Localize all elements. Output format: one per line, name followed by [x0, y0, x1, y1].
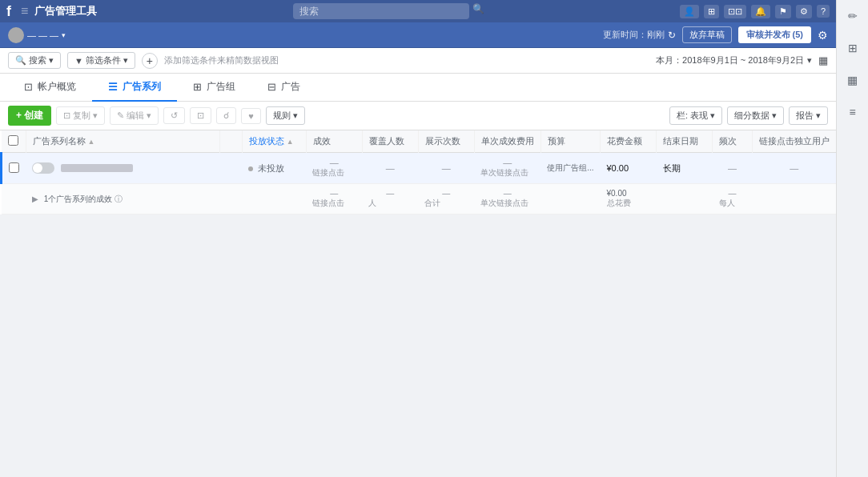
- info-icon: ⓘ: [115, 194, 123, 203]
- refresh-button[interactable]: ↻: [668, 30, 676, 41]
- chevron-down-icon: ▾: [807, 55, 812, 66]
- chevron-down-icon: ▾: [62, 31, 66, 39]
- side-menu-icon[interactable]: ≡: [846, 102, 858, 122]
- nav-help-icon[interactable]: ?: [817, 5, 830, 18]
- chevron-down-icon: ▾: [710, 110, 715, 121]
- edit-icon: ✎: [117, 110, 124, 121]
- campaign-name-placeholder: [61, 164, 133, 172]
- nav-profile-icon[interactable]: 👤: [680, 5, 699, 18]
- campaign-name-cell: [26, 153, 219, 184]
- status-cell: 未投放: [242, 153, 306, 184]
- th-show: 展示次数: [418, 130, 474, 153]
- tabs-bar: ⊡ 帐户概览 ☰ 广告系列 ⊞ 广告组 ⊟ 广告: [0, 74, 836, 102]
- profile-area[interactable]: — — — ▾: [8, 27, 66, 43]
- status-indicator: [248, 166, 253, 171]
- effect-cell: — 链接点击: [306, 153, 362, 184]
- sort-icon[interactable]: ▲: [88, 138, 95, 146]
- nav-search-area: 🔍: [103, 3, 673, 19]
- rule-button[interactable]: 规则 ▾: [266, 106, 305, 125]
- summary-freq-cell: — 每人: [713, 184, 753, 214]
- summary-budget-cell: [540, 184, 600, 214]
- edit-button[interactable]: ✎ 编辑 ▾: [110, 106, 159, 125]
- sub-settings-icon[interactable]: ⚙: [818, 29, 828, 42]
- tab-adgroup[interactable]: ⊞ 广告组: [177, 74, 251, 102]
- side-edit-icon[interactable]: ✏: [845, 6, 861, 26]
- date-range[interactable]: 本月：2018年9月1日 ~ 2018年9月2日 ▾: [656, 54, 812, 66]
- publish-button[interactable]: 审核并发布 (5): [738, 26, 812, 43]
- nav-apps-icon[interactable]: ⊡⊡: [724, 5, 746, 18]
- duplicate-tool-button[interactable]: ☌: [216, 107, 236, 124]
- summary-show-cell: — 合计: [418, 184, 474, 214]
- budget-cell: 使用广告组...: [540, 153, 600, 184]
- delete-tool-button[interactable]: ⊡: [190, 107, 211, 124]
- side-chart-icon[interactable]: ▦: [844, 70, 861, 90]
- nav-grid-icon[interactable]: ⊞: [704, 5, 719, 18]
- summary-cost-cell: — 单次链接点击: [474, 184, 540, 214]
- view-button[interactable]: 栏: 表现 ▾: [669, 106, 722, 125]
- campaign-table: 广告系列名称 ▲ 投放状态 ▲ 成效 覆盖人数 展示次数 单次成效费用 预算 花…: [0, 130, 836, 214]
- summary-status-cell: [242, 184, 306, 214]
- tab-account[interactable]: ⊡ 帐户概览: [8, 74, 92, 102]
- breakdown-button[interactable]: 细分数据 ▾: [727, 106, 784, 125]
- nav-bell-icon[interactable]: 🔔: [751, 5, 770, 18]
- facebook-logo: f: [6, 3, 11, 20]
- chevron-down-icon: ▾: [147, 110, 151, 121]
- th-link: 链接点击独立用户: [753, 130, 837, 153]
- search-filter-button[interactable]: 🔍 搜索 ▾: [8, 52, 61, 69]
- app-title: 广告管理工具: [34, 4, 97, 18]
- cover-cell: —: [362, 153, 418, 184]
- search-icon: 🔍: [472, 3, 484, 19]
- sub-nav: — — — ▾ 更新时间：刚刚 ↻ 放弃草稿 审核并发布 (5) ⚙: [0, 22, 836, 48]
- chart-toggle-icon[interactable]: ▦: [818, 54, 828, 66]
- row-checkbox[interactable]: [9, 162, 19, 173]
- summary-cover-cell: — 人: [362, 184, 418, 214]
- filter-hint: 添加筛选条件来精简数据视图: [164, 54, 279, 66]
- campaign-toggle[interactable]: [32, 162, 54, 174]
- summary-row: ▶ 1个广告系列的成效 ⓘ — 链接点击 — 人 —: [2, 184, 837, 214]
- end-cell: 长期: [657, 153, 713, 184]
- link-cell: —: [753, 153, 837, 184]
- expand-icon[interactable]: ▶: [32, 194, 38, 203]
- search-input[interactable]: [293, 3, 469, 19]
- nav-settings-icon[interactable]: ⚙: [796, 5, 812, 18]
- show-cell: —: [418, 153, 474, 184]
- chevron-down-icon: ▾: [123, 55, 128, 66]
- ad-icon: ⊟: [267, 81, 276, 93]
- nav-flag-icon[interactable]: ⚑: [775, 5, 791, 18]
- th-budget: 预算: [540, 130, 600, 153]
- create-button[interactable]: + 创建: [8, 106, 51, 126]
- freq-cell: —: [713, 153, 753, 184]
- summary-end-cell: [657, 184, 713, 214]
- row-checkbox-cell[interactable]: [2, 153, 26, 184]
- chevron-down-icon: ▾: [816, 110, 821, 121]
- avatar: [8, 27, 24, 43]
- copy-button[interactable]: ⊡ 复制 ▾: [56, 106, 105, 125]
- chevron-down-icon: ▾: [772, 110, 777, 121]
- refresh-tool-button[interactable]: ↺: [163, 107, 185, 124]
- sort-status-icon[interactable]: ▲: [287, 138, 294, 146]
- filter-bar: 🔍 搜索 ▾ ▼ 筛选条件 ▾ + 添加筛选条件来精简数据视图 本月：2018年…: [0, 48, 836, 74]
- adgroup-icon: ⊞: [193, 81, 202, 93]
- add-filter-button[interactable]: +: [142, 53, 158, 69]
- report-button[interactable]: 报告 ▾: [789, 106, 828, 125]
- summary-expand-cell: [2, 184, 26, 214]
- tab-ad[interactable]: ⊟ 广告: [251, 74, 316, 102]
- warning-cell: [219, 153, 242, 184]
- account-icon: ⊡: [24, 81, 33, 93]
- spend-cell: ¥0.00: [601, 153, 657, 184]
- chevron-down-icon: ▾: [93, 110, 98, 121]
- select-all-checkbox[interactable]: [8, 135, 18, 146]
- th-warning: [219, 130, 242, 153]
- th-cost: 单次成效费用: [474, 130, 540, 153]
- th-freq: 频次: [713, 130, 753, 153]
- discard-draft-button[interactable]: 放弃草稿: [682, 26, 732, 43]
- table-row: 未投放 — 链接点击 — — — 单次链接点击 使用广告组...: [2, 153, 837, 184]
- th-status[interactable]: 投放状态 ▲: [242, 130, 306, 153]
- th-checkbox: [2, 130, 26, 153]
- filter-conditions-button[interactable]: ▼ 筛选条件 ▾: [67, 52, 135, 69]
- side-grid-icon[interactable]: ⊞: [845, 38, 861, 58]
- tag-tool-button[interactable]: ♥: [241, 108, 261, 124]
- tab-campaign[interactable]: ☰ 广告系列: [92, 74, 177, 102]
- th-effect: 成效: [306, 130, 362, 153]
- th-cover: 覆盖人数: [362, 130, 418, 153]
